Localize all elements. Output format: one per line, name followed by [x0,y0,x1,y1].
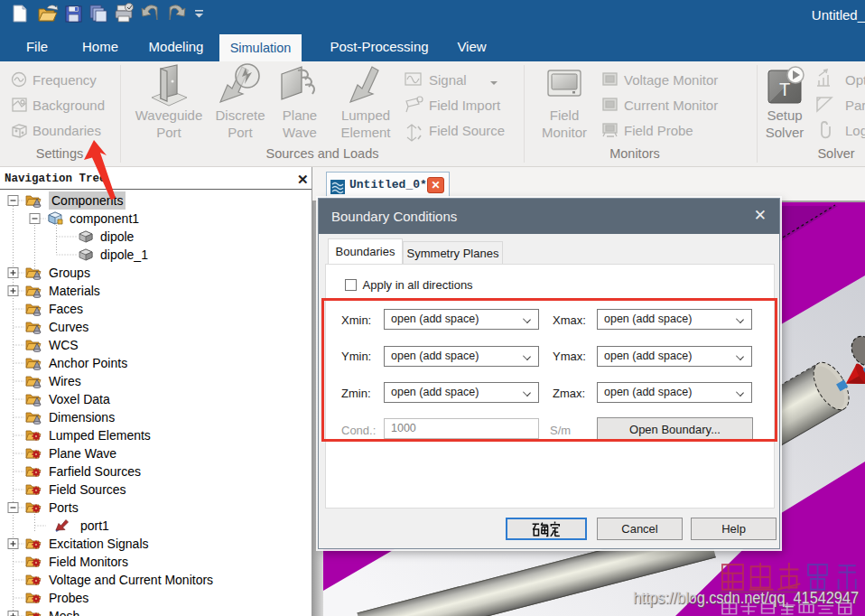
svg-text:https://blog.csdn.net/qq_41542: https://blog.csdn.net/qq_41542947 [633,589,859,608]
svg-text:T: T [779,79,790,99]
